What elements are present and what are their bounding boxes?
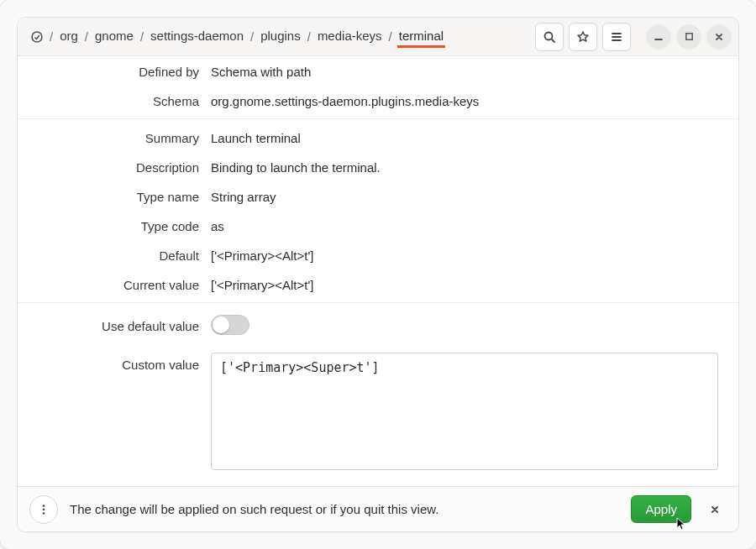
label-default: Default bbox=[18, 247, 211, 263]
minimize-icon bbox=[654, 32, 664, 42]
action-bar-message: The change will be applied on such reque… bbox=[70, 502, 619, 516]
label-summary: Summary bbox=[18, 129, 211, 145]
label-custom-value: Custom value bbox=[18, 351, 211, 372]
apply-button[interactable]: Apply bbox=[631, 495, 691, 523]
window-maximize-button[interactable] bbox=[676, 24, 701, 50]
row-custom-value: Custom value bbox=[18, 344, 738, 479]
value-custom-container bbox=[211, 351, 718, 473]
label-schema: Schema bbox=[18, 92, 211, 108]
kebab-icon bbox=[38, 504, 50, 515]
window-minimize-button[interactable] bbox=[646, 24, 671, 50]
switch-knob bbox=[213, 316, 229, 333]
row-defined-by: Defined by Schema with path bbox=[18, 56, 738, 86]
search-icon bbox=[543, 30, 556, 44]
breadcrumb-separator: / bbox=[83, 29, 90, 44]
svg-point-5 bbox=[43, 512, 45, 515]
label-use-default: Use default value bbox=[18, 317, 211, 333]
use-default-switch[interactable] bbox=[211, 315, 249, 335]
breadcrumb-settings-daemon[interactable]: settings-daemon bbox=[149, 25, 245, 48]
value-summary: Launch terminal bbox=[211, 129, 725, 145]
row-schema: Schema org.gnome.settings-daemon.plugins… bbox=[18, 86, 738, 115]
dconf-app-icon bbox=[29, 29, 45, 44]
value-schema: org.gnome.settings-daemon.plugins.media-… bbox=[211, 92, 725, 108]
breadcrumb-separator: / bbox=[387, 29, 394, 44]
value-type-code: as bbox=[211, 217, 725, 233]
breadcrumb: / org / gnome / settings-daemon / plugin… bbox=[24, 25, 530, 48]
close-icon bbox=[714, 32, 724, 42]
maximize-icon bbox=[685, 32, 694, 41]
hamburger-menu-button[interactable] bbox=[602, 23, 631, 51]
app-inner: / org / gnome / settings-daemon / plugin… bbox=[17, 17, 739, 532]
label-type-code: Type code bbox=[18, 217, 211, 233]
label-description: Description bbox=[18, 159, 211, 175]
row-summary: Summary Launch terminal bbox=[18, 123, 738, 152]
label-type-name: Type name bbox=[18, 188, 211, 204]
label-defined-by: Defined by bbox=[18, 63, 211, 79]
value-description: Binding to launch the terminal. bbox=[211, 159, 725, 175]
hamburger-icon bbox=[610, 30, 623, 44]
search-button[interactable] bbox=[535, 23, 564, 51]
close-icon bbox=[710, 505, 720, 515]
label-current: Current value bbox=[18, 276, 211, 292]
breadcrumb-org[interactable]: org bbox=[58, 25, 80, 48]
svg-point-0 bbox=[32, 32, 42, 42]
value-current: ['<Primary><Alt>t'] bbox=[211, 276, 725, 292]
bookmark-button[interactable] bbox=[569, 23, 597, 51]
breadcrumb-plugins[interactable]: plugins bbox=[259, 25, 302, 48]
row-current: Current value ['<Primary><Alt>t'] bbox=[18, 269, 738, 299]
svg-point-4 bbox=[43, 508, 45, 510]
row-type-name: Type name String array bbox=[18, 181, 738, 211]
more-actions-button[interactable] bbox=[29, 495, 58, 524]
row-type-code: Type code as bbox=[18, 211, 738, 240]
row-use-default: Use default value bbox=[18, 306, 738, 344]
header-bar: / org / gnome / settings-daemon / plugin… bbox=[18, 18, 738, 56]
breadcrumb-gnome[interactable]: gnome bbox=[93, 25, 135, 48]
value-use-default bbox=[211, 313, 725, 337]
svg-rect-2 bbox=[685, 34, 691, 39]
breadcrumb-separator: / bbox=[48, 29, 55, 44]
section-separator bbox=[18, 118, 738, 119]
apply-button-label: Apply bbox=[645, 502, 677, 516]
header-actions bbox=[535, 23, 732, 51]
custom-value-input[interactable] bbox=[211, 353, 718, 470]
value-default: ['<Primary><Alt>t'] bbox=[211, 247, 725, 263]
value-defined-by: Schema with path bbox=[211, 63, 725, 79]
breadcrumb-separator: / bbox=[249, 29, 255, 44]
dismiss-action-bar-button[interactable] bbox=[703, 498, 727, 521]
svg-point-3 bbox=[43, 505, 45, 507]
breadcrumb-media-keys[interactable]: media-keys bbox=[316, 25, 384, 48]
section-separator bbox=[18, 302, 738, 303]
breadcrumb-terminal[interactable]: terminal bbox=[397, 25, 445, 48]
breadcrumb-separator: / bbox=[306, 29, 312, 44]
action-bar: The change will be applied on such reque… bbox=[18, 486, 738, 531]
star-icon bbox=[576, 30, 590, 44]
cursor-pointer-icon bbox=[675, 517, 687, 532]
row-default: Default ['<Primary><Alt>t'] bbox=[18, 240, 738, 269]
svg-point-1 bbox=[545, 32, 553, 39]
row-description: Description Binding to launch the termin… bbox=[18, 152, 738, 181]
value-type-name: String array bbox=[211, 188, 725, 204]
key-details-panel: Defined by Schema with path Schema org.g… bbox=[18, 56, 738, 486]
breadcrumb-separator: / bbox=[139, 29, 145, 44]
app-window: / org / gnome / settings-daemon / plugin… bbox=[0, 0, 756, 549]
window-close-button[interactable] bbox=[706, 24, 732, 50]
